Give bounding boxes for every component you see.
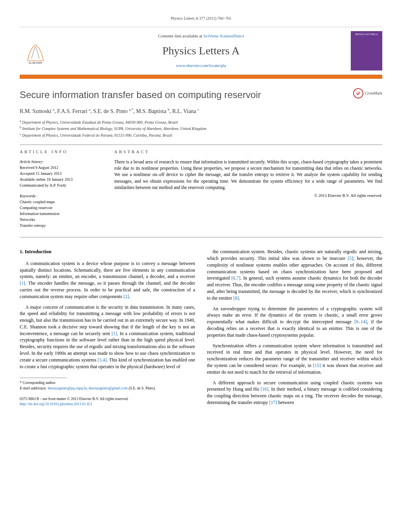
section-heading: 1. Introduction (20, 248, 195, 256)
abstract-text: There is a broad area of research to ens… (114, 159, 382, 190)
sciencedirect-link[interactable]: SciVerse ScienceDirect (203, 33, 244, 38)
journal-homepage: www.elsevier.com/locate/pla (51, 63, 351, 69)
brand-bar (20, 75, 382, 79)
divider (20, 237, 382, 237)
history-line: Accepted 15 January 2013 (20, 171, 99, 176)
doi-link[interactable]: http://dx.doi.org/10.1016/j.physleta.201… (20, 402, 92, 406)
history-line: Communicated by A.P. Fordy (20, 182, 99, 188)
reference-link[interactable]: [3,4] (97, 357, 106, 363)
reference-link[interactable]: [16] (261, 386, 268, 392)
affiliations: a Department of Physics, Universidade Es… (20, 119, 382, 138)
footnote-divider (20, 378, 67, 378)
history-line: Received 9 August 2012 (20, 165, 99, 171)
crossmark-label: CrossMark (365, 91, 382, 96)
right-column: the communication system. Besides, chaot… (207, 248, 382, 410)
reference-link[interactable]: [2] (123, 294, 129, 299)
header-citation: Physics Letters A 377 (2013) 760–765 (20, 16, 382, 21)
email-addresses: E-mail addresses: desouzapinto@pq.cnpq.b… (20, 386, 195, 391)
crossmark-icon (353, 88, 363, 98)
homepage-link[interactable]: www.elsevier.com/locate/pla (176, 63, 226, 68)
contents-available: Contents lists available at SciVerse Sci… (51, 33, 351, 39)
reference-link[interactable]: [17] (269, 400, 277, 405)
article-info-column: ARTICLE INFO Article history: Received 9… (20, 149, 99, 233)
corresponding-author-note: * Corresponding author. (20, 380, 195, 386)
publisher-logo: ELSEVIER (20, 35, 51, 67)
body-paragraph: A communication system is a device whose… (20, 260, 195, 300)
reference-link[interactable]: [8] (233, 295, 239, 301)
abstract-label: ABSTRACT (114, 149, 382, 155)
footer-copyright: 0375-9601/$ – see front matter © 2013 El… (20, 397, 195, 407)
history-label: Article history: (20, 159, 99, 165)
keywords-label: Keywords: (20, 193, 99, 199)
keyword: Chaotic coupled maps (20, 199, 99, 205)
divider (20, 145, 382, 145)
svg-point-1 (356, 91, 361, 96)
reference-link[interactable]: [1] (20, 280, 25, 286)
paper-title: Secure information transfer based on com… (20, 88, 353, 102)
article-info-label: ARTICLE INFO (20, 149, 99, 155)
keyword: Computing reservoir (20, 205, 99, 211)
keyword: Transfer entropy (20, 222, 99, 228)
affiliation: c Department of Physics, Universidade Fe… (20, 132, 382, 138)
reference-link[interactable]: [6,7] (231, 275, 240, 281)
reference-link[interactable]: [9–14] (354, 319, 367, 324)
reference-link[interactable]: [1] (112, 331, 117, 336)
body-text: 1. Introduction A communication system i… (20, 248, 382, 410)
footnotes: * Corresponding author. E-mail addresses… (20, 380, 195, 391)
keyword: Information transmission (20, 211, 99, 217)
email-link-2[interactable]: desouzapinto@gmail.com (89, 386, 128, 390)
svg-text:ELSEVIER: ELSEVIER (29, 61, 42, 64)
masthead: ELSEVIER Contents lists available at Sci… (20, 27, 382, 75)
reference-link[interactable]: [15] (313, 363, 321, 368)
affiliation: b Institute for Complex Systems and Math… (20, 125, 382, 132)
left-column: 1. Introduction A communication system i… (20, 248, 195, 410)
reference-link[interactable]: [5] (348, 256, 353, 261)
authors: R.M. Szmoski a, F.A.S. Ferrari a, S.E. d… (20, 107, 382, 115)
journal-cover-thumbnail: PHYSICS LETTERS A (351, 31, 382, 70)
crossmark-badge[interactable]: CrossMark (353, 88, 382, 98)
email-link-1[interactable]: desouzapinto@pq.cnpq.br (48, 386, 87, 390)
body-paragraph: the communication system. Besides, chaot… (207, 248, 382, 301)
keyword: Networks (20, 217, 99, 222)
body-paragraph: An eavesdropper trying to determine the … (207, 306, 382, 339)
body-paragraph: A major concern of communication is the … (20, 304, 195, 370)
abstract-copyright: © 2013 Elsevier B.V. All rights reserved… (114, 193, 382, 199)
abstract-column: ABSTRACT There is a broad area of resear… (114, 149, 382, 233)
history-line: Available online 18 January 2013 (20, 176, 99, 182)
journal-name: Physics Letters A (51, 43, 351, 58)
body-paragraph: Synchronization offers a communication s… (207, 343, 382, 376)
body-paragraph: A different approach to secure communica… (207, 380, 382, 406)
affiliation: a Department of Physics, Universidade Es… (20, 119, 382, 125)
